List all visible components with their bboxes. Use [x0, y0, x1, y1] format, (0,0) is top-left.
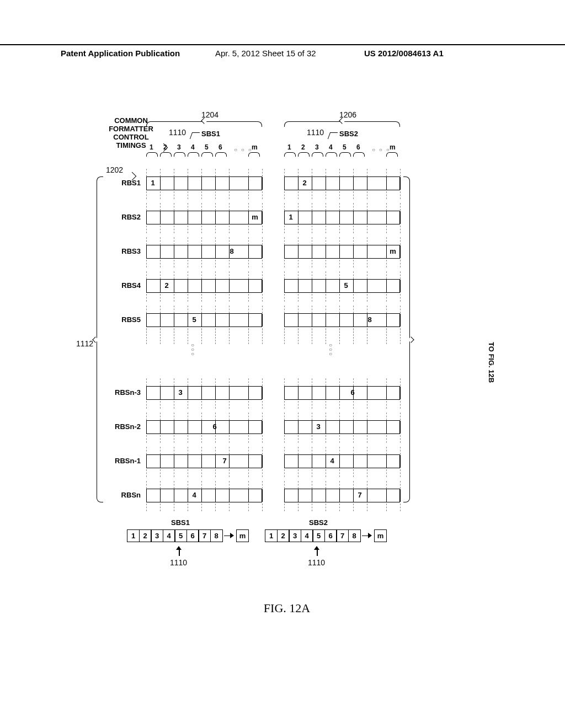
timing-col-label: 3	[177, 143, 181, 151]
row-grid	[146, 420, 262, 434]
ref-1110-sbs1: 1110	[169, 128, 186, 137]
tick-row	[146, 481, 262, 485]
cell-value: 3	[174, 388, 186, 397]
tick-row	[284, 378, 400, 383]
bottom-seq-sbs1: 12345678m	[127, 529, 248, 542]
row-grid	[284, 245, 400, 259]
seq-cell: 4	[163, 529, 175, 542]
tick-row	[146, 401, 262, 405]
row-label: RBS4	[108, 281, 141, 290]
tick-row	[146, 191, 262, 196]
timing-col-brace	[353, 152, 365, 157]
tick-row	[284, 469, 400, 474]
label-sbs1-top: SBS1	[201, 130, 220, 138]
tick-row	[146, 169, 262, 173]
brace-1206	[284, 121, 400, 127]
header-right: US 2012/0084613 A1	[364, 49, 444, 58]
row-grid	[146, 313, 262, 327]
tick-row	[284, 447, 400, 451]
row-label: RBSn-3	[108, 388, 141, 397]
timing-col-brace	[298, 152, 310, 157]
tick-row	[146, 260, 262, 264]
page: Patent Application Publication Apr. 5, 2…	[0, 0, 565, 728]
arrow-up-1110a	[177, 546, 182, 558]
seq-cell: 8	[210, 529, 223, 542]
row-grid	[146, 176, 262, 190]
row-grid	[284, 386, 400, 400]
ref-1112: 1112	[76, 339, 93, 348]
timing-col-label: 5	[205, 143, 209, 151]
label-to-fig-12b: TO FIG. 12B	[487, 342, 495, 383]
timing-col-brace	[326, 152, 337, 157]
tick-row	[284, 191, 400, 196]
timing-col-brace	[174, 152, 185, 157]
tick-row	[284, 260, 400, 264]
timing-col-label: 6	[356, 143, 360, 151]
brace-1112	[97, 176, 103, 502]
cell-value: 5	[340, 281, 352, 290]
row-grid	[146, 386, 262, 400]
tick-row	[146, 237, 262, 242]
row-label: RBSn	[108, 491, 141, 499]
cell-value: 3	[312, 422, 324, 431]
timing-col-brace	[248, 152, 260, 157]
tick-row	[146, 413, 262, 417]
cell-value: 1	[285, 213, 297, 221]
timing-col-brace	[312, 152, 323, 157]
seq-cell: 2	[139, 529, 152, 542]
timing-col-brace	[386, 152, 398, 157]
cell-value: 7	[218, 457, 231, 465]
ref-1110-sbs2: 1110	[307, 128, 324, 137]
tick-row	[284, 413, 400, 417]
cell-value: 4	[188, 491, 200, 499]
timing-col-brace	[188, 152, 199, 157]
timing-col-label: 6	[218, 143, 222, 151]
tick-row	[284, 504, 400, 508]
cell-value: 5	[188, 315, 200, 324]
timing-col-brace	[284, 152, 296, 157]
row-grid	[284, 454, 400, 468]
tick-row	[146, 271, 262, 276]
row-label: RBS2	[108, 213, 141, 221]
ellipsis-cols-sbs1: ○ ○ ○	[234, 147, 253, 153]
tick-row	[146, 447, 262, 451]
seq-cell: 3	[151, 529, 163, 542]
tick-row	[284, 237, 400, 242]
timing-col-label: 1	[287, 143, 291, 151]
ref-1110-bottom-a: 1110	[170, 558, 187, 567]
tick-row	[284, 481, 400, 485]
cell-value: m	[387, 247, 399, 255]
timing-col-label: 2	[301, 143, 305, 151]
row-grid	[146, 454, 262, 468]
bottom-seq-sbs2: 12345678m	[265, 529, 386, 542]
tick-row	[146, 294, 262, 298]
timing-col-label: 3	[315, 143, 319, 151]
row-label: RBS5	[108, 315, 141, 324]
seq-cell: 8	[348, 529, 361, 542]
seq-cell-m: m	[236, 529, 249, 542]
figure-caption: FIG. 12A	[66, 601, 508, 615]
cell-value: 7	[354, 491, 366, 499]
arrow-right-icon	[362, 533, 372, 539]
tick-row	[284, 435, 400, 440]
tick-row	[284, 169, 400, 173]
label-sbs1-bottom: SBS1	[171, 518, 190, 527]
ellipsis-cols-sbs2: ○ ○ ○	[372, 147, 391, 153]
timing-col-label: 4	[329, 143, 333, 151]
timing-col-label: 2	[163, 143, 167, 151]
timing-col-brace	[160, 152, 172, 157]
tick-row	[284, 306, 400, 310]
cell-value: 8	[226, 247, 238, 255]
arrow-up-1110b	[315, 546, 320, 558]
tick-row	[146, 378, 262, 383]
tick-row	[284, 294, 400, 298]
row-grid	[284, 489, 400, 502]
timing-col-label: 1	[150, 143, 153, 151]
tick-row	[146, 226, 262, 230]
timing-col-brace	[146, 152, 158, 157]
tick-row	[146, 504, 262, 508]
tick-row	[284, 203, 400, 207]
seq-cell: 7	[198, 529, 211, 542]
row-label: RBSn-2	[108, 422, 141, 431]
header-rule	[0, 44, 565, 45]
